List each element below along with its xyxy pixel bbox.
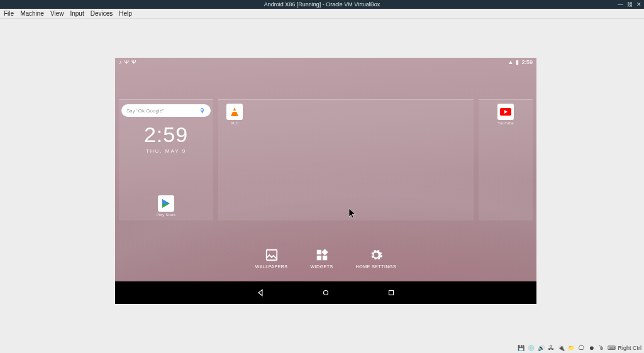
svg-rect-3: [316, 256, 321, 260]
rec-icon[interactable]: ⏺: [587, 344, 595, 352]
option-widgets[interactable]: WIDGETS: [311, 248, 333, 269]
option-wallpapers[interactable]: WALLPAPERS: [255, 248, 288, 269]
usb-icon[interactable]: 🔌: [557, 344, 565, 352]
clock-widget[interactable]: 2:59 THU, MAY 9: [119, 122, 213, 154]
detach-button[interactable]: ⛓: [627, 1, 633, 8]
shared-icon[interactable]: 📁: [567, 344, 575, 352]
app-vlc[interactable]: VLC: [225, 104, 245, 125]
app-label: Play Store: [156, 213, 176, 217]
close-button[interactable]: ✕: [636, 1, 641, 8]
app-label: VLC: [225, 121, 245, 125]
battery-icon: ▮: [516, 59, 519, 65]
home-panel-center[interactable]: VLC: [218, 99, 474, 221]
hdd-icon[interactable]: 💾: [517, 344, 525, 352]
audio-icon[interactable]: 🔊: [537, 344, 545, 352]
nav-back[interactable]: [256, 288, 265, 297]
gear-icon: [369, 248, 383, 262]
nav-home[interactable]: [321, 288, 330, 297]
wallpapers-icon: [265, 248, 279, 262]
app-label: YouTube: [496, 121, 516, 125]
playstore-icon: [158, 195, 174, 212]
nav-recent[interactable]: [387, 288, 396, 297]
menu-machine[interactable]: Machine: [20, 10, 44, 17]
vb-status-bar: 💾 💿 🔊 🖧 🔌 📁 🖵 ⏺ 🖱 ⌨ Right Ctrl: [514, 343, 644, 353]
usb-icon: Ψ: [131, 59, 136, 65]
vb-menubar: File Machine View Input Devices Help: [0, 9, 644, 19]
clock-date: THU, MAY 9: [119, 148, 213, 154]
vlc-icon: [226, 104, 243, 120]
search-bar[interactable]: Say "Ok Google" 🎙: [121, 104, 211, 117]
option-label: WALLPAPERS: [255, 264, 288, 269]
display-icon[interactable]: 🖵: [577, 344, 585, 352]
svg-rect-0: [266, 250, 277, 261]
android-navbar: [115, 281, 536, 304]
app-playstore[interactable]: Play Store: [156, 195, 176, 217]
youtube-icon: [497, 104, 514, 120]
host-key-label: Right Ctrl: [618, 345, 641, 351]
svg-rect-1: [316, 250, 321, 254]
home-panels: Say "Ok Google" 🎙 2:59 THU, MAY 9 Play S…: [115, 99, 536, 221]
net-icon[interactable]: 🖧: [547, 344, 555, 352]
option-label: HOME SETTINGS: [356, 264, 396, 269]
menu-devices[interactable]: Devices: [91, 10, 113, 17]
vb-titlebar[interactable]: Android X86 [Running] - Oracle VM Virtua…: [0, 0, 644, 9]
android-status-bar[interactable]: ♪ Ψ Ψ ▲ ▮ 2:59: [115, 58, 536, 67]
status-left: ♪ Ψ Ψ: [119, 59, 136, 65]
usb-icon: Ψ: [125, 59, 130, 65]
wifi-icon: ▲: [508, 59, 514, 65]
menu-help[interactable]: Help: [119, 10, 132, 17]
menu-input[interactable]: Input: [70, 10, 84, 17]
home-panel-left[interactable]: Say "Ok Google" 🎙 2:59 THU, MAY 9 Play S…: [119, 99, 213, 221]
kb-icon[interactable]: ⌨: [608, 344, 615, 352]
menu-file[interactable]: File: [4, 10, 14, 17]
launcher-options: WALLPAPERS WIDGETS HOME SETTINGS: [115, 248, 536, 269]
cursor-icon: [349, 209, 357, 220]
clock-time: 2:59: [119, 122, 213, 147]
status-time: 2:59: [521, 59, 533, 65]
mouse-icon[interactable]: 🖱: [597, 344, 605, 352]
minimize-button[interactable]: —: [618, 1, 623, 8]
window-controls: — ⛓ ✕: [618, 1, 641, 8]
svg-rect-2: [321, 249, 328, 255]
svg-rect-6: [389, 291, 394, 295]
menu-view[interactable]: View: [50, 10, 64, 17]
guest-display[interactable]: ♪ Ψ Ψ ▲ ▮ 2:59 Say "Ok Google" 🎙 2:59 TH…: [115, 58, 536, 304]
svg-rect-4: [323, 256, 327, 260]
option-label: WIDGETS: [311, 264, 333, 269]
option-home-settings[interactable]: HOME SETTINGS: [356, 248, 396, 269]
search-placeholder: Say "Ok Google": [126, 108, 164, 114]
status-right: ▲ ▮ 2:59: [508, 59, 533, 65]
disc-icon[interactable]: 💿: [527, 344, 535, 352]
app-youtube[interactable]: YouTube: [496, 104, 516, 125]
vb-window-title: Android X86 [Running] - Oracle VM Virtua…: [0, 1, 644, 8]
mic-icon[interactable]: 🎙: [199, 107, 206, 114]
svg-point-5: [324, 291, 328, 295]
widgets-icon: [315, 248, 329, 262]
music-icon: ♪: [119, 59, 122, 65]
home-panel-right[interactable]: YouTube: [479, 99, 533, 221]
